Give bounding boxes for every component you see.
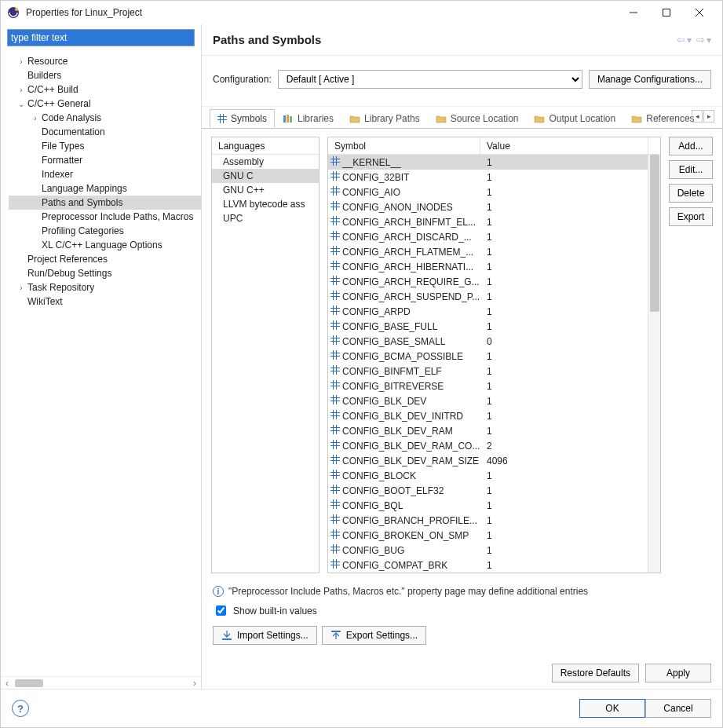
symbol-row[interactable]: CONFIG_BLOCK1 (328, 468, 648, 483)
tree-item[interactable]: File Types (9, 139, 201, 153)
symbol-row[interactable]: CONFIG_BCMA_POSSIBLE1 (328, 349, 648, 364)
tabstrip-scroll-right[interactable]: ▸ (703, 110, 714, 123)
symbol-row[interactable]: CONFIG_BUG1 (328, 543, 648, 558)
tab-library-paths[interactable]: Library Paths (341, 109, 428, 128)
symbol-icon (328, 425, 342, 437)
scroll-thumb[interactable] (650, 155, 659, 312)
tree-item[interactable]: Paths and Symbols (9, 196, 201, 210)
apply-button[interactable]: Apply (645, 664, 711, 682)
symbol-row[interactable]: CONFIG_BRANCH_PROFILE...1 (328, 513, 648, 528)
history-back-button[interactable]: ⇦▾ (677, 34, 692, 46)
symbol-row[interactable]: CONFIG_ARCH_REQUIRE_G...1 (328, 274, 648, 289)
restore-defaults-button[interactable]: Restore Defaults (552, 664, 639, 682)
tree-item[interactable]: ›C/C++ Build (9, 82, 201, 97)
tree-item[interactable]: ›Task Repository (9, 280, 201, 294)
tree-item[interactable]: ›Resource (9, 54, 201, 68)
filter-input[interactable] (7, 29, 195, 46)
sidebar-horizontal-scrollbar[interactable]: ‹ › (1, 676, 201, 689)
scroll-right-icon[interactable]: › (188, 678, 201, 689)
tab-references[interactable]: References (623, 109, 702, 128)
chevron-right-icon[interactable]: › (16, 284, 26, 292)
symbol-row[interactable]: CONFIG_BLK_DEV_INITRD1 (328, 408, 648, 423)
tree-item[interactable]: WikiText (9, 294, 201, 309)
tree-item[interactable]: ⌄C/C++ General (9, 97, 201, 111)
symbol-row[interactable]: CONFIG_BASE_SMALL0 (328, 334, 648, 349)
column-header-value[interactable]: Value (480, 137, 648, 154)
symbol-row[interactable]: CONFIG_BITREVERSE1 (328, 379, 648, 393)
property-tree[interactable]: ›ResourceBuilders›C/C++ Build⌄C/C++ Gene… (1, 51, 201, 676)
tree-item[interactable]: Indexer (9, 167, 201, 181)
tree-item[interactable]: Preprocessor Include Paths, Macros (9, 210, 201, 224)
chevron-right-icon[interactable]: › (31, 114, 40, 123)
symbol-row[interactable]: CONFIG_ARCH_DISCARD_...1 (328, 229, 648, 244)
language-item[interactable]: LLVM bytecode ass (212, 197, 319, 211)
symbol-row[interactable]: CONFIG_ARCH_FLATMEM_...1 (328, 244, 648, 259)
configuration-select[interactable]: Default [ Active ] (278, 70, 582, 89)
tab-output-location[interactable]: Output Location (526, 109, 623, 128)
language-item[interactable]: GNU C (212, 169, 319, 183)
symbol-row[interactable]: CONFIG_COMPAT_BRK1 (328, 558, 648, 573)
tabstrip-scroll-left[interactable]: ◂ (692, 110, 703, 123)
help-button[interactable]: ? (12, 700, 29, 717)
symbol-row[interactable]: CONFIG_BLK_DEV_RAM1 (328, 423, 648, 438)
symbol-row[interactable]: CONFIG_BLK_DEV_RAM_CO...2 (328, 438, 648, 453)
import-settings-button[interactable]: Import Settings... (213, 626, 317, 645)
symbol-row[interactable]: CONFIG_BLK_DEV1 (328, 393, 648, 408)
delete-button[interactable]: Delete (669, 184, 713, 203)
ok-button[interactable]: OK (579, 699, 645, 718)
minimize-button[interactable] (617, 2, 650, 24)
tree-item[interactable]: ›Code Analysis (9, 111, 201, 125)
tree-item[interactable]: Documentation (9, 125, 201, 139)
symbol-row[interactable]: CONFIG_BINFMT_ELF1 (328, 364, 648, 379)
symbol-row[interactable]: CONFIG_BROKEN_ON_SMP1 (328, 528, 648, 543)
symbol-row[interactable]: CONFIG_BLK_DEV_RAM_SIZE4096 (328, 453, 648, 468)
symbols-vertical-scrollbar[interactable] (648, 155, 660, 573)
history-forward-button[interactable]: ⇨▾ (696, 34, 711, 46)
maximize-button[interactable] (650, 2, 683, 24)
symbol-row[interactable]: CONFIG_ARPD1 (328, 304, 648, 319)
show-builtin-checkbox[interactable] (216, 605, 226, 616)
add-button[interactable]: Add... (669, 137, 713, 155)
symbol-row[interactable]: CONFIG_BOOT_ELF321 (328, 483, 648, 498)
tree-item[interactable]: Profiling Categories (9, 224, 201, 238)
symbol-row[interactable]: CONFIG_AIO1 (328, 185, 648, 199)
edit-button[interactable]: Edit... (669, 160, 713, 179)
sidebar: ›ResourceBuilders›C/C++ Build⌄C/C++ Gene… (1, 24, 202, 689)
tab-libraries[interactable]: Libraries (275, 109, 341, 128)
hash-icon (330, 261, 340, 270)
export-settings-button[interactable]: Export Settings... (322, 626, 426, 645)
export-button[interactable]: Export (669, 207, 713, 226)
tree-item[interactable]: Builders (9, 68, 201, 82)
symbol-row[interactable]: CONFIG_BASE_FULL1 (328, 319, 648, 334)
languages-list[interactable]: AssemblyGNU CGNU C++LLVM bytecode assUPC (212, 155, 319, 573)
language-item[interactable]: Assembly (212, 155, 319, 169)
show-builtin-label[interactable]: Show built-in values (233, 605, 317, 616)
tree-item[interactable]: Formatter (9, 153, 201, 167)
scroll-left-icon[interactable]: ‹ (1, 678, 13, 689)
symbol-row[interactable]: CONFIG_ARCH_SUSPEND_P...1 (328, 289, 648, 304)
manage-configurations-button[interactable]: Manage Configurations... (589, 70, 711, 89)
tab-symbols[interactable]: Symbols (210, 109, 275, 128)
symbol-row[interactable]: CONFIG_BQL1 (328, 498, 648, 513)
chevron-right-icon[interactable]: › (16, 57, 26, 66)
tree-item[interactable]: XL C/C++ Language Options (9, 238, 201, 252)
symbol-row[interactable]: CONFIG_ARCH_BINFMT_EL...1 (328, 214, 648, 229)
chevron-down-icon[interactable]: ⌄ (16, 100, 26, 108)
tab-source-location[interactable]: Source Location (428, 109, 527, 128)
tree-item[interactable]: Language Mappings (9, 181, 201, 196)
symbols-list[interactable]: __KERNEL__1CONFIG_32BIT1CONFIG_AIO1CONFI… (328, 155, 648, 573)
symbol-row[interactable]: __KERNEL__1 (328, 155, 648, 170)
close-button[interactable] (683, 2, 716, 24)
column-header-symbol[interactable]: Symbol (328, 137, 480, 154)
tree-item[interactable]: Run/Debug Settings (9, 266, 201, 280)
scroll-thumb[interactable] (15, 679, 43, 687)
symbol-row[interactable]: CONFIG_ARCH_HIBERNATI...1 (328, 259, 648, 274)
tree-item[interactable]: Project References (9, 252, 201, 266)
symbol-row[interactable]: CONFIG_32BIT1 (328, 170, 648, 185)
symbol-row[interactable]: CONFIG_ANON_INODES1 (328, 199, 648, 214)
language-item[interactable]: GNU C++ (212, 183, 319, 197)
chevron-right-icon[interactable]: › (16, 86, 26, 94)
cancel-button[interactable]: Cancel (645, 699, 711, 718)
language-item[interactable]: UPC (212, 211, 319, 225)
tab-label: References (646, 113, 694, 124)
